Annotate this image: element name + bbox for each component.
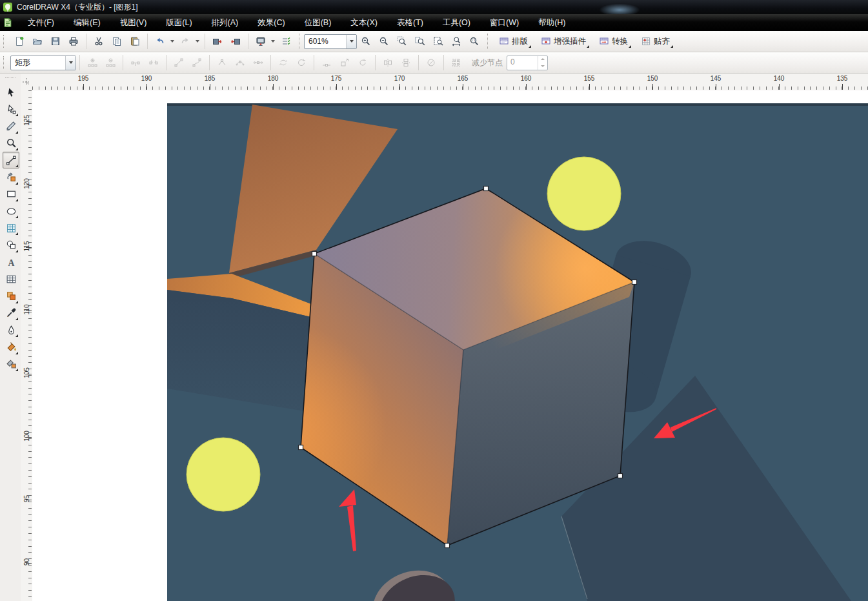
- bitmap-image-cube-artwork[interactable]: [167, 103, 868, 601]
- interactive-fill-tool[interactable]: [3, 356, 19, 372]
- elastic-mode-button[interactable]: [423, 54, 439, 71]
- selection-node[interactable]: [299, 445, 303, 450]
- selection-node[interactable]: [445, 544, 450, 548]
- welcome-screen-button[interactable]: [278, 33, 294, 50]
- open-button[interactable]: [29, 33, 46, 50]
- zoom-to-selection-button[interactable]: [394, 33, 410, 50]
- toolbox-grip[interactable]: [5, 77, 15, 80]
- export-button[interactable]: [227, 33, 244, 50]
- separator: [375, 55, 376, 70]
- zoom-actual-size-button[interactable]: 1:1: [466, 33, 483, 50]
- separator: [166, 55, 167, 70]
- reflect-nodes-horizontal-button[interactable]: [379, 54, 396, 71]
- reverse-direction-button[interactable]: [275, 54, 292, 71]
- cusp-node-button[interactable]: [214, 54, 230, 71]
- delete-node-button[interactable]: [102, 54, 119, 71]
- menu-item-10[interactable]: 工具(O): [433, 14, 480, 31]
- zoom-to-all-button[interactable]: [412, 33, 429, 50]
- shape-tool[interactable]: [3, 101, 19, 117]
- paste-button[interactable]: [126, 33, 143, 50]
- toolbar-grip[interactable]: [3, 56, 6, 69]
- ellipse-tool[interactable]: [3, 203, 19, 219]
- menu-item-11[interactable]: 窗口(W): [480, 14, 529, 31]
- h-ruler-major-tick: [652, 84, 653, 90]
- separator: [209, 55, 210, 70]
- redo-button-dropdown[interactable]: [194, 34, 200, 49]
- toolbar-grip[interactable]: [3, 35, 6, 48]
- crop-tool[interactable]: [3, 118, 19, 135]
- convert-to-line-button[interactable]: [170, 54, 187, 71]
- v-ruler-major-tick: [26, 500, 32, 500]
- document-icon[interactable]: [3, 17, 13, 28]
- menu-item-1[interactable]: 文件(F): [18, 14, 64, 31]
- break-nodes-button[interactable]: [145, 54, 162, 71]
- convert-button[interactable]: 转换: [594, 34, 632, 49]
- reduce-nodes-spinner[interactable]: 0: [507, 56, 548, 70]
- new-document-button[interactable]: [11, 33, 28, 50]
- menu-item-3[interactable]: 视图(V): [110, 14, 157, 31]
- smart-fill-tool[interactable]: [3, 169, 19, 186]
- print-button[interactable]: [65, 33, 82, 50]
- selection-node[interactable]: [618, 474, 623, 478]
- menu-item-2[interactable]: 编辑(E): [64, 14, 110, 31]
- snap-button[interactable]: 贴齐: [636, 34, 674, 49]
- graph-paper-tool[interactable]: [3, 219, 19, 236]
- menu-item-6[interactable]: 效果(C): [248, 14, 294, 31]
- drawing-page[interactable]: [32, 90, 868, 601]
- symmetrical-node-button[interactable]: [250, 54, 267, 71]
- rotate-nodes-button[interactable]: [354, 54, 371, 71]
- layout-button[interactable]: 排版: [494, 34, 532, 49]
- menu-item-4[interactable]: 版面(L): [156, 14, 201, 31]
- table-tool[interactable]: [3, 270, 19, 287]
- basic-shapes-tool[interactable]: [3, 237, 19, 254]
- outline-pen-tool[interactable]: [3, 321, 19, 338]
- eyedropper-tool[interactable]: [3, 305, 19, 321]
- save-button[interactable]: [47, 33, 64, 50]
- zoom-out-button[interactable]: [376, 33, 392, 50]
- blend-tool[interactable]: [3, 288, 19, 305]
- plugins-button[interactable]: 增强插件: [536, 34, 590, 49]
- join-nodes-button[interactable]: [127, 54, 144, 71]
- select-all-nodes-button[interactable]: [448, 54, 465, 71]
- rectangle-tool[interactable]: [3, 186, 19, 203]
- shape-preset-combo[interactable]: 矩形: [10, 56, 76, 70]
- zoom-to-page-button[interactable]: [430, 33, 447, 50]
- titlebar-glare: [584, 0, 655, 14]
- stretch-nodes-button[interactable]: [336, 54, 353, 71]
- selection-node[interactable]: [312, 252, 317, 256]
- undo-button[interactable]: [152, 33, 168, 50]
- selection-node[interactable]: [632, 280, 637, 285]
- ruler-origin[interactable]: [21, 74, 33, 91]
- close-curve-button[interactable]: [293, 54, 310, 71]
- application-launcher-button-dropdown[interactable]: [270, 34, 276, 49]
- import-button[interactable]: [209, 33, 226, 50]
- copy-button[interactable]: [108, 33, 125, 50]
- text-tool[interactable]: A: [3, 254, 19, 270]
- menu-item-8[interactable]: 文本(X): [341, 14, 387, 31]
- smooth-node-button[interactable]: [232, 54, 248, 71]
- undo-button-dropdown[interactable]: [169, 34, 175, 49]
- add-node-button[interactable]: [84, 54, 101, 71]
- zoom-tool[interactable]: [3, 135, 19, 152]
- menu-item-5[interactable]: 排列(A): [202, 14, 248, 31]
- freehand-tool[interactable]: [3, 152, 19, 168]
- zoom-in-button[interactable]: [358, 33, 374, 50]
- pick-tool[interactable]: [3, 84, 19, 101]
- zoom-to-width-button[interactable]: [448, 33, 465, 50]
- cut-button[interactable]: [90, 33, 107, 50]
- menu-item-9[interactable]: 表格(T): [387, 14, 433, 31]
- menu-item-7[interactable]: 位图(B): [295, 14, 341, 31]
- application-launcher-button[interactable]: [252, 33, 269, 50]
- selection-node[interactable]: [484, 187, 489, 191]
- vertical-ruler[interactable]: 1251201151101051009590: [21, 90, 33, 601]
- horizontal-ruler[interactable]: 195190185180175170165160155150145140135: [32, 74, 868, 91]
- coreldraw-app-icon: [3, 2, 13, 12]
- reflect-nodes-vertical-button[interactable]: [398, 54, 414, 71]
- redo-button[interactable]: [177, 33, 194, 50]
- fill-tool[interactable]: [3, 339, 19, 356]
- h-ruler-number: 185: [205, 75, 216, 82]
- menu-item-12[interactable]: 帮助(H): [529, 14, 575, 31]
- extend-curve-button[interactable]: [318, 54, 335, 71]
- convert-to-curve-button[interactable]: [188, 54, 205, 71]
- zoom-level-combo[interactable]: 601%: [304, 34, 357, 49]
